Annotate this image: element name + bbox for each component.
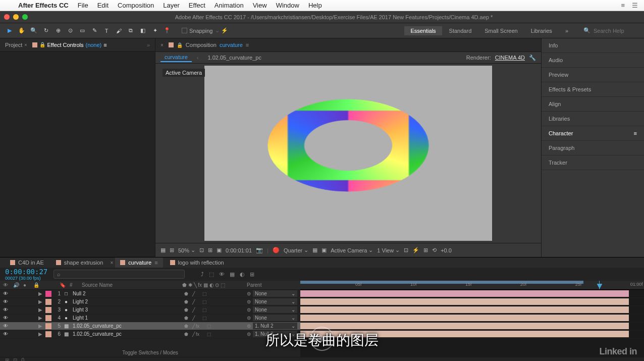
alpha-icon[interactable]: ▦: [160, 247, 166, 253]
panel-effects-presets[interactable]: Effects & Presets: [542, 82, 644, 97]
parent-pickwhip-icon[interactable]: ⊚: [247, 291, 251, 296]
layer-name[interactable]: 1.02.05_curvature_pc: [72, 323, 182, 329]
layer-color[interactable]: [45, 315, 51, 321]
layer-switches[interactable]: ⬟ ╱ ⬚: [184, 299, 245, 304]
time-ruler[interactable]: 05f10f15f20f25f01:00f: [300, 281, 644, 290]
eye-column-icon[interactable]: 👁: [3, 282, 9, 288]
parent-pickwhip-icon[interactable]: ⊚: [247, 323, 251, 329]
project-tab[interactable]: Project ×: [5, 42, 27, 48]
track-row[interactable]: [300, 298, 644, 306]
layer-bar[interactable]: [300, 315, 629, 321]
work-area[interactable]: [300, 281, 583, 284]
layer-name[interactable]: Light 2: [72, 299, 182, 304]
layer-switches[interactable]: ⬟ ╱ ⬚: [184, 316, 245, 321]
audio-column-icon[interactable]: 🔊: [13, 282, 19, 288]
menubar-list-icon[interactable]: ☰: [632, 2, 638, 9]
solo-column-icon[interactable]: ●: [23, 282, 29, 288]
hand-tool[interactable]: ✋: [17, 26, 26, 35]
type-tool[interactable]: T: [102, 26, 111, 35]
timeline-tab[interactable]: C4D in AE: [5, 257, 49, 268]
visibility-toggle[interactable]: 👁: [3, 307, 9, 313]
comp-mini-flowchart-icon[interactable]: ⤴: [201, 271, 204, 278]
panel-tracker[interactable]: Tracker: [542, 156, 644, 170]
panel-character[interactable]: Character≡: [542, 126, 644, 141]
shy-icon[interactable]: 👁: [219, 271, 225, 278]
expand-arrow[interactable]: ▶: [38, 307, 43, 313]
workspace-libraries[interactable]: Libraries: [525, 26, 558, 35]
motion-blur-icon[interactable]: ◐: [240, 271, 245, 278]
quality-dropdown[interactable]: Quarter ⌄: [284, 247, 308, 253]
current-time[interactable]: 0:00:00:27: [5, 268, 47, 276]
layer-name[interactable]: Light 1: [72, 315, 182, 321]
brush-tool[interactable]: 🖌: [114, 26, 123, 35]
selection-tool[interactable]: ▶: [5, 26, 14, 35]
frame-blend-icon[interactable]: ▦: [230, 271, 235, 278]
timeline-search[interactable]: ⌕: [53, 270, 185, 279]
graph-editor-icon[interactable]: ⊞: [250, 271, 254, 278]
layer-row[interactable]: 👁▶6▦1.02.05_curvature_pc⬟ ╱ fx ⬚⊚1. Null…: [0, 330, 300, 338]
lock-icon[interactable]: 🔒: [177, 42, 183, 48]
layer-bar[interactable]: [300, 298, 629, 305]
menu-composition[interactable]: Composition: [118, 2, 154, 9]
draft-3d-icon[interactable]: ⬚: [209, 271, 214, 278]
exposure-value[interactable]: +0.0: [441, 247, 452, 253]
parent-dropdown[interactable]: None⌄: [253, 315, 297, 321]
menubar-extra-icon[interactable]: ≡: [621, 2, 625, 9]
expand-arrow[interactable]: ▶: [38, 323, 43, 329]
workspace-more[interactable]: »: [559, 26, 574, 35]
panel-expand-icon[interactable]: »: [147, 42, 150, 48]
rotation-tool[interactable]: ↻: [41, 26, 50, 35]
layer-row[interactable]: 👁▶2●Light 2⬟ ╱ ⬚⊚None⌄: [0, 298, 300, 306]
timeline-tab[interactable]: curvature≡: [115, 257, 163, 268]
layer-name[interactable]: 1.02.05_curvature_pc: [72, 331, 182, 337]
layer-switches[interactable]: ⬟ ╱ fx ⬚: [184, 324, 245, 329]
toggle-switches-button[interactable]: Toggle Switches / Modes: [0, 348, 300, 357]
search-help-input[interactable]: [594, 28, 639, 34]
parent-pickwhip-icon[interactable]: ⊚: [247, 315, 251, 321]
parent-dropdown[interactable]: None⌄: [253, 298, 297, 305]
zoom-dropdown[interactable]: 50% ⌄: [178, 247, 195, 253]
panel-align[interactable]: Align: [542, 97, 644, 112]
expand-arrow[interactable]: ▶: [38, 315, 43, 321]
window-close[interactable]: [4, 14, 10, 20]
menu-animation[interactable]: Animation: [214, 2, 244, 9]
window-maximize[interactable]: [22, 14, 28, 20]
expand-arrow[interactable]: ▶: [38, 299, 43, 304]
visibility-toggle[interactable]: 👁: [3, 323, 9, 329]
channel-icon[interactable]: 🔴: [273, 247, 280, 253]
track-row[interactable]: [300, 322, 644, 330]
close-icon[interactable]: ×: [24, 42, 27, 47]
clone-tool[interactable]: ⧉: [126, 26, 135, 35]
breadcrumb-item[interactable]: 1.02.05_curvature_pc: [204, 54, 265, 62]
layer-name[interactable]: Null 2: [72, 291, 182, 296]
eraser-tool[interactable]: ◧: [138, 26, 147, 35]
layer-color[interactable]: [45, 291, 51, 297]
layer-color[interactable]: [45, 323, 51, 329]
workspace-standard[interactable]: Standard: [443, 26, 478, 35]
panel-audio[interactable]: Audio: [542, 53, 644, 68]
layer-row[interactable]: 👁▶3●Light 3⬟ ╱ ⬚⊚None⌄: [0, 306, 300, 314]
views-dropdown[interactable]: 1 View ⌄: [377, 247, 400, 253]
label-column-icon[interactable]: 🔖: [60, 282, 66, 288]
layer-color[interactable]: [45, 331, 51, 337]
workspace-essentials[interactable]: Essentials: [404, 26, 442, 35]
playhead[interactable]: [599, 281, 600, 289]
menu-edit[interactable]: Edit: [97, 2, 109, 9]
toggle-icon[interactable]: ⊡: [13, 357, 17, 361]
workspace-small-screen[interactable]: Small Screen: [478, 26, 523, 35]
grid-icon[interactable]: ⊞: [208, 247, 212, 253]
menu-effect[interactable]: Effect: [189, 2, 205, 9]
zoom-tool[interactable]: 🔍: [29, 26, 38, 35]
parent-dropdown[interactable]: None⌄: [253, 306, 297, 313]
panel-info[interactable]: Info: [542, 38, 644, 53]
transparency-icon[interactable]: ▦: [312, 247, 317, 253]
visibility-toggle[interactable]: 👁: [3, 291, 9, 296]
layer-row[interactable]: 👁▶4●Light 1⬟ ╱ ⬚⊚None⌄: [0, 314, 300, 322]
snapping-toggle[interactable]: Snapping ⌄ ⚡: [182, 27, 228, 34]
roto-tool[interactable]: ✦: [150, 26, 159, 35]
toggle-icon[interactable]: ⊞: [5, 357, 9, 361]
pan-behind-tool[interactable]: ⊙: [66, 26, 75, 35]
panel-libraries[interactable]: Libraries: [542, 112, 644, 126]
menu-file[interactable]: File: [78, 2, 88, 9]
visibility-toggle[interactable]: 👁: [3, 299, 9, 304]
